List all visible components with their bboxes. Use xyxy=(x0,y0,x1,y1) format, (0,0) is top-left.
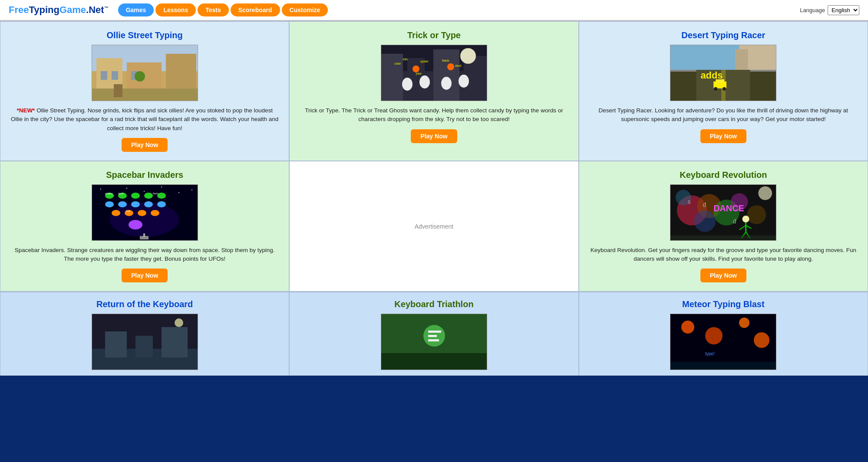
svg-point-57 xyxy=(105,201,114,207)
bottom-games-row: Return of the Keyboard Keyboard Triathlo… xyxy=(0,292,868,376)
svg-point-65 xyxy=(151,210,159,216)
svg-text:devil: devil xyxy=(455,64,462,67)
svg-point-51 xyxy=(109,202,179,237)
svg-rect-9 xyxy=(92,88,198,101)
nav-scoreboard[interactable]: Scoreboard xyxy=(231,3,280,16)
game-cell-keyrev: Keyboard Revolution xyxy=(579,161,868,292)
advertisement-label: Advertisement xyxy=(300,170,568,283)
svg-point-64 xyxy=(138,210,146,216)
desert-play-button[interactable]: Play Now xyxy=(700,129,746,143)
svg-point-38 xyxy=(714,87,717,91)
ollie-svg xyxy=(92,45,198,101)
ollie-title: Ollie Street Typing xyxy=(11,30,278,40)
return-title: Return of the Keyboard xyxy=(11,299,278,309)
header: FreeTypingGame.Net™ Games Lessons Tests … xyxy=(0,0,868,21)
svg-point-58 xyxy=(118,201,127,207)
svg-rect-72 xyxy=(143,233,145,237)
language-selector-container: Language English xyxy=(800,5,859,15)
svg-point-81 xyxy=(759,186,772,200)
svg-point-49 xyxy=(178,192,179,193)
svg-text:dash: dash xyxy=(118,192,124,195)
meteor-svg: type! xyxy=(670,314,776,370)
nav-customize[interactable]: Customize xyxy=(282,3,328,16)
svg-point-23 xyxy=(447,63,454,70)
svg-point-86 xyxy=(743,216,749,223)
nav-lessons[interactable]: Lessons xyxy=(155,3,196,16)
svg-rect-5 xyxy=(101,71,107,80)
game-cell-desert: Desert Typing Racer xyxy=(579,21,868,161)
svg-point-39 xyxy=(723,87,726,91)
game-cell-space: Spacebar Invaders xyxy=(0,161,289,292)
space-desc: Spacebar Invaders. Strange creatures are… xyxy=(11,246,278,264)
space-play-button[interactable]: Play Now xyxy=(122,269,168,282)
return-svg xyxy=(92,314,198,370)
desert-image: adds xyxy=(670,45,776,101)
game-cell-ollie: Ollie Street Typing xyxy=(0,21,289,161)
logo-game: Game xyxy=(59,4,86,15)
svg-point-106 xyxy=(681,321,694,334)
logo-free: Free xyxy=(9,4,29,15)
svg-point-59 xyxy=(131,201,140,207)
main-content: Ollie Street Typing xyxy=(0,21,868,376)
svg-point-46 xyxy=(126,188,127,189)
svg-point-50 xyxy=(191,190,192,190)
svg-text:d: d xyxy=(733,218,736,225)
keyrev-img-bg: s d d DANCE xyxy=(670,185,776,240)
svg-point-19 xyxy=(419,75,430,88)
svg-rect-95 xyxy=(105,331,127,357)
keyrev-svg: s d d DANCE xyxy=(670,184,776,241)
space-image: alaska dash flash big! xyxy=(92,184,198,241)
svg-point-48 xyxy=(161,187,162,187)
trick-title: Trick or Type xyxy=(300,30,568,40)
svg-point-17 xyxy=(460,48,476,64)
svg-text:flash: flash xyxy=(153,192,158,195)
svg-point-47 xyxy=(144,191,145,192)
svg-point-21 xyxy=(459,75,469,88)
svg-rect-41 xyxy=(670,70,696,72)
svg-text:joke: joke xyxy=(416,72,422,75)
games-grid: Ollie Street Typing xyxy=(0,21,868,292)
nav-bar: Games Lessons Tests Scoreboard Customize xyxy=(118,3,328,16)
svg-point-60 xyxy=(144,201,153,207)
ollie-desc: *NEW* Ollie Street Typing. Nose grinds, … xyxy=(11,106,278,133)
nav-games[interactable]: Games xyxy=(118,3,154,16)
trick-img-bg: color kite spider black devil joke xyxy=(381,45,487,101)
svg-rect-10 xyxy=(114,84,122,97)
svg-point-98 xyxy=(175,318,183,327)
svg-rect-42 xyxy=(750,70,776,72)
ollie-building-img xyxy=(92,45,198,101)
language-select[interactable]: English xyxy=(828,5,859,15)
svg-text:d: d xyxy=(703,201,706,208)
logo-tm: ™ xyxy=(104,6,109,10)
svg-rect-104 xyxy=(428,339,439,341)
svg-point-108 xyxy=(739,318,749,328)
space-title: Spacebar Invaders xyxy=(11,170,278,180)
svg-rect-15 xyxy=(433,49,459,101)
svg-point-55 xyxy=(144,193,153,199)
game-cell-trick: Trick or Type xyxy=(289,21,578,161)
nav-tests[interactable]: Tests xyxy=(198,3,229,16)
trick-svg: color kite spider black devil joke xyxy=(381,45,487,101)
space-img-bg: alaska dash flash big! xyxy=(92,185,198,240)
svg-rect-97 xyxy=(162,327,188,357)
ollie-play-button[interactable]: Play Now xyxy=(122,138,168,152)
trick-play-button[interactable]: Play Now xyxy=(411,129,457,143)
svg-rect-102 xyxy=(428,331,441,333)
svg-rect-110 xyxy=(670,362,776,370)
bottom-cell-return: Return of the Keyboard xyxy=(0,292,289,376)
svg-text:big!: big! xyxy=(126,210,130,212)
svg-point-61 xyxy=(157,201,166,207)
keyrev-play-button[interactable]: Play Now xyxy=(700,269,746,282)
svg-point-62 xyxy=(112,210,120,216)
svg-text:type!: type! xyxy=(705,351,715,356)
svg-rect-100 xyxy=(381,353,487,370)
trick-image: color kite spider black devil joke xyxy=(381,45,487,101)
svg-point-80 xyxy=(747,205,766,224)
svg-text:kite: kite xyxy=(403,58,408,61)
triathlon-image xyxy=(381,314,487,370)
svg-point-20 xyxy=(441,77,452,90)
keyrev-desc: Keyboard Revolution. Get your fingers re… xyxy=(590,246,857,264)
svg-point-22 xyxy=(413,66,419,72)
svg-rect-13 xyxy=(381,54,403,101)
svg-point-44 xyxy=(100,189,101,190)
